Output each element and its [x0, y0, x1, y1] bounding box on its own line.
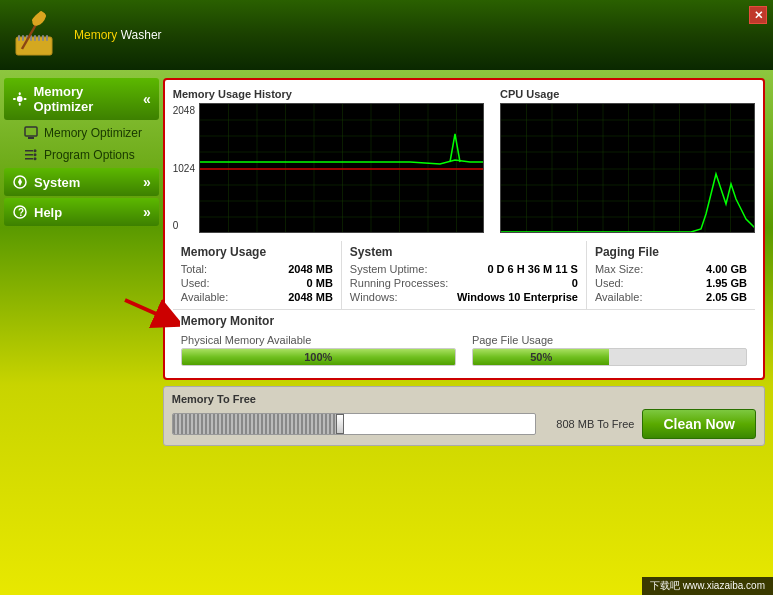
svg-rect-13 [19, 92, 21, 95]
memory-chart-y-axis: 2048 1024 0 [173, 103, 195, 233]
paging-available-value: 2.05 GB [667, 291, 747, 303]
svg-point-23 [34, 153, 37, 156]
paging-used-value: 1.95 GB [667, 277, 747, 289]
pagefile-usage-track: 50% [472, 348, 747, 366]
total-stat: Total: 2048 MB [181, 263, 333, 275]
svg-rect-19 [25, 150, 33, 152]
physical-memory-percent: 100% [304, 351, 332, 363]
pagefile-usage-percent: 50% [530, 351, 552, 363]
title-memory-text: Memory [74, 28, 117, 42]
processes-stat: Running Processes: 0 [350, 277, 578, 289]
svg-rect-7 [42, 35, 44, 41]
uptime-stat: System Uptime: 0 D 6 H 36 M 11 S [350, 263, 578, 275]
svg-rect-8 [46, 35, 48, 41]
free-amount-text: 808 MB To Free [544, 418, 634, 430]
windows-stat: Windows: Windows 10 Enterprise [350, 291, 578, 303]
pagefile-usage-label: Page File Usage [472, 334, 747, 346]
chevron-system: » [143, 174, 151, 190]
svg-text:?: ? [18, 207, 24, 218]
sidebar-header-help[interactable]: ? Help » [4, 198, 159, 226]
app-icon [12, 9, 64, 61]
chevron-memory-optimizer: « [143, 91, 151, 107]
svg-rect-21 [25, 158, 33, 160]
slider-filled-portion [173, 414, 336, 434]
sidebar-item-program-options[interactable]: Program Options [0, 144, 163, 166]
system-info-title: System [350, 245, 578, 259]
paging-max-stat: Max Size: 4.00 GB [595, 263, 747, 275]
paging-file-title: Paging File [595, 245, 747, 259]
system-info-col: System System Uptime: 0 D 6 H 36 M 11 S … [342, 241, 587, 309]
pagefile-usage-bar-group: Page File Usage 50% [472, 334, 747, 366]
physical-memory-label: Physical Memory Available [181, 334, 456, 346]
svg-rect-5 [34, 35, 36, 41]
content-area: Memory Usage History 2048 1024 0 [163, 70, 773, 595]
sidebar-section-help: ? Help » [0, 198, 163, 226]
svg-rect-18 [28, 137, 34, 139]
memory-history-label: Memory Usage History [173, 88, 484, 100]
watermark: 下载吧 www.xiazaiba.com [642, 577, 773, 595]
options-icon [24, 148, 38, 162]
paging-available-stat: Available: 2.05 GB [595, 291, 747, 303]
stats-row: Memory Usage Total: 2048 MB Used: 0 MB A… [173, 241, 755, 309]
cpu-usage-label: CPU Usage [500, 88, 755, 100]
memory-history-canvas [199, 103, 484, 233]
monitor-bars: Physical Memory Available 100% Page File… [181, 334, 747, 366]
used-value: 0 MB [253, 277, 333, 289]
total-value: 2048 MB [253, 263, 333, 275]
sidebar-label-memory-optimizer: Memory Optimizer [33, 84, 143, 114]
svg-rect-6 [38, 35, 40, 41]
sidebar-section-memory-optimizer: Memory Optimizer « Memory Optimizer [0, 78, 163, 166]
memory-slider-track[interactable] [172, 413, 537, 435]
svg-point-24 [34, 157, 37, 160]
svg-rect-17 [25, 127, 37, 136]
memory-slider-container [172, 413, 537, 435]
sidebar-header-memory-optimizer[interactable]: Memory Optimizer « [4, 78, 159, 120]
svg-rect-20 [25, 154, 33, 156]
sidebar: Memory Optimizer « Memory Optimizer [0, 70, 163, 595]
svg-rect-2 [22, 35, 24, 41]
svg-point-12 [17, 96, 23, 102]
memory-monitor-section: Memory Monitor Physical Memory Available… [173, 309, 755, 370]
sidebar-section-system: System » [0, 168, 163, 196]
processes-value: 0 [498, 277, 578, 289]
uptime-value: 0 D 6 H 36 M 11 S [487, 263, 578, 275]
slider-thumb[interactable] [336, 414, 344, 434]
arrow-indicator [120, 290, 180, 333]
help-icon: ? [12, 204, 28, 220]
charts-row: Memory Usage History 2048 1024 0 [173, 88, 755, 233]
pagefile-usage-fill: 50% [473, 349, 610, 365]
monitor-icon [24, 126, 38, 140]
svg-point-22 [34, 149, 37, 152]
chevron-help: » [143, 204, 151, 220]
y-max: 2048 [173, 105, 195, 116]
windows-label: Windows: [350, 291, 398, 303]
sidebar-item-memory-optimizer[interactable]: Memory Optimizer [0, 122, 163, 144]
clean-now-button[interactable]: Clean Now [642, 409, 756, 439]
system-icon [12, 174, 28, 190]
windows-value: Windows 10 Enterprise [457, 291, 578, 303]
svg-rect-14 [19, 103, 21, 106]
close-button[interactable]: ✕ [749, 6, 767, 24]
physical-memory-bar-group: Physical Memory Available 100% [181, 334, 456, 366]
physical-memory-fill: 100% [182, 349, 455, 365]
processes-label: Running Processes: [350, 277, 448, 289]
gear-icon [12, 91, 27, 107]
svg-rect-16 [24, 98, 27, 100]
svg-rect-15 [13, 98, 16, 100]
memory-history-chart-container: Memory Usage History 2048 1024 0 [173, 88, 484, 233]
paging-max-label: Max Size: [595, 263, 643, 275]
physical-memory-track: 100% [181, 348, 456, 366]
available-value: 2048 MB [253, 291, 333, 303]
memory-to-free-section: Memory To Free 808 MB To Free Clean Now [163, 386, 765, 446]
sidebar-item-label-program-options: Program Options [44, 148, 135, 162]
memory-to-free-title: Memory To Free [172, 393, 756, 405]
uptime-label: System Uptime: [350, 263, 428, 275]
paging-available-label: Available: [595, 291, 643, 303]
sidebar-header-system[interactable]: System » [4, 168, 159, 196]
y-mid: 1024 [173, 163, 195, 174]
paging-used-label: Used: [595, 277, 624, 289]
title-bar: Memory Washer ✕ [0, 0, 773, 70]
paging-file-col: Paging File Max Size: 4.00 GB Used: 1.95… [587, 241, 755, 309]
available-stat: Available: 2048 MB [181, 291, 333, 303]
sidebar-label-system: System [34, 175, 80, 190]
